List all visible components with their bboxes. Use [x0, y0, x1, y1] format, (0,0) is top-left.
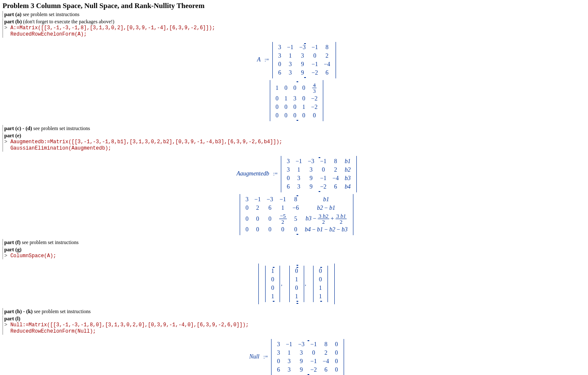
code-e-text: Aaugmentedb:=Matrix([[3,-1,-3,-1,8,b1],[…: [4, 139, 282, 151]
part-f-header: part (f) see problem set instructions: [3, 239, 588, 246]
output-Null-label: Null: [249, 353, 259, 360]
prompt-icon: >: [4, 253, 10, 259]
part-a-note: see problem set instructions: [22, 11, 80, 17]
part-hk-header: part (h) - (k) see problem set instructi…: [3, 308, 588, 315]
prompt-icon: >: [4, 322, 10, 328]
matrix-Ab: 3−1−3−18b131302b2039−1−4b3639−26b4: [281, 156, 357, 192]
prompt-icon: >: [4, 25, 10, 31]
part-g-label: part (g): [4, 247, 22, 253]
part-b-label: part (b): [4, 19, 22, 25]
output-b: A := 3−1−3−1831302039−1−4639−26 10004301…: [3, 38, 588, 125]
part-a-label: part (a): [4, 11, 22, 17]
assign-symbol: :=: [273, 170, 278, 177]
output-e: Aaugmentedb := 3−1−3−18b131302b2039−1−4b…: [3, 152, 588, 239]
matrix-Ab-gauss: 3−1−3−18b10261−6b2 − b1000−525b3 − 3 b22…: [240, 194, 353, 235]
problem-title: Problem 3 Column Space, Null Space, and …: [3, 2, 588, 10]
part-b-header: part (b) (don't forget to execute the pa…: [3, 18, 588, 25]
part-l-label: part (l): [4, 316, 20, 322]
part-cd-note: see problem set instructions: [32, 125, 90, 131]
part-cd-label: part (c) - (d): [4, 125, 32, 131]
part-b-note: (don't forget to execute the packages ab…: [22, 19, 114, 25]
part-e-header: part (e): [3, 132, 588, 139]
part-hk-label: part (h) - (k): [4, 308, 33, 314]
part-e-label: part (e): [4, 133, 21, 139]
assign-symbol: :=: [263, 353, 268, 360]
assign-symbol: :=: [264, 56, 269, 63]
matrix-A-rref: 1000430130−20001−200000: [270, 80, 324, 121]
code-block-g[interactable]: > ColumnSpace(A);: [3, 253, 588, 259]
part-g-header: part (g): [3, 246, 588, 253]
output-Ab-label: Aaugmentedb: [236, 170, 269, 177]
code-block-b[interactable]: > A:=Matrix([[3,-1,-3,-1,8],[3,1,3,0,2],…: [3, 25, 588, 38]
output-l: Null := 3−1−3−180313020039−1−40639−260 1…: [3, 335, 588, 375]
part-hk-note: see problem set instructions: [33, 308, 91, 314]
code-b-text: A:=Matrix([[3,-1,-3,-1,8],[3,1,3,0,2],[0…: [4, 25, 215, 37]
prompt-icon: >: [4, 139, 10, 145]
colspace-outer: 1001,0101,0011: [258, 264, 335, 304]
part-f-label: part (f): [4, 239, 21, 245]
part-cd-header: part (c) - (d) see problem set instructi…: [3, 125, 588, 132]
output-g: 1001,0101,0011: [3, 259, 588, 308]
part-a-header: part (a) see problem set instructions: [3, 11, 588, 18]
code-block-e[interactable]: > Aaugmentedb:=Matrix([[3,-1,-3,-1,8,b1]…: [3, 139, 588, 152]
code-l-text: Null:=Matrix([[3,-1,-3,-1,8,0],[3,1,3,0,…: [4, 322, 249, 334]
output-A-label: A: [257, 56, 261, 63]
part-l-header: part (l): [3, 315, 588, 322]
matrix-Null: 3−1−3−180313020039−1−40639−260: [271, 339, 344, 375]
part-f-note: see problem set instructions: [21, 239, 79, 245]
matrix-A: 3−1−3−1831302039−1−4639−26: [272, 42, 336, 78]
code-block-l[interactable]: > Null:=Matrix([[3,-1,-3,-1,8,0],[3,1,3,…: [3, 322, 588, 335]
code-g-text: ColumnSpace(A);: [10, 253, 56, 259]
